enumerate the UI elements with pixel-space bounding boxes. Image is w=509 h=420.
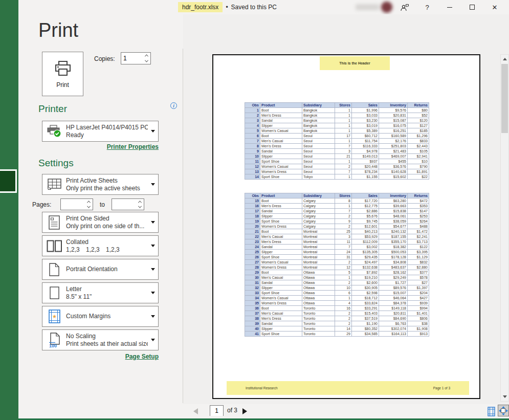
table-cell: 21	[245, 229, 260, 234]
table-cell: Ottawa	[302, 275, 335, 280]
minimize-icon[interactable]	[438, 0, 461, 14]
table-cell: Sport Shoe	[260, 174, 302, 180]
print-what-dropdown[interactable]: Print Active Sheets Only print the activ…	[42, 174, 159, 195]
close-icon[interactable]: ✕	[483, 0, 506, 14]
table-cell: $18,382	[379, 245, 408, 250]
copies-spin-down-button[interactable]	[143, 58, 150, 64]
table-row: 16Men's DressCalgary1$12,775$39,663$353	[245, 204, 429, 209]
table-cell: $34,808	[379, 260, 408, 265]
table-cell: 16	[245, 204, 260, 209]
table-cell: 6	[245, 134, 260, 139]
page-setup-link[interactable]: Page Setup	[42, 353, 159, 360]
table-cell: $1,908	[408, 326, 429, 331]
table-cell: $1,891	[408, 169, 429, 174]
table-cell: $1,472	[408, 229, 429, 234]
table-cell: $20,448	[352, 164, 379, 169]
sidebar-active-item[interactable]	[0, 169, 17, 193]
table-cell: 12	[335, 265, 352, 270]
pages-from-spin-up-button[interactable]	[85, 199, 93, 205]
table-cell: $2,241	[408, 234, 429, 239]
table-cell: $1,996	[352, 108, 379, 113]
table-cell: Women's Dress	[260, 265, 302, 270]
page-number-input[interactable]	[210, 406, 223, 416]
table-cell: 9	[335, 219, 352, 224]
table-cell: Ottawa	[302, 291, 335, 296]
pages-from-input[interactable]	[61, 199, 85, 210]
scroll-up-icon[interactable]	[501, 55, 508, 63]
scaling-dropdown[interactable]: 100 No Scaling Print sheets at their act…	[42, 329, 159, 350]
copies-spin-up-button[interactable]	[143, 53, 150, 58]
letter-icon	[42, 286, 66, 299]
chevron-down-icon	[148, 221, 158, 224]
table-row: 22Men's CasualMontreal3$53,929$187,155$2…	[245, 234, 429, 239]
table-cell: $18,712	[352, 296, 379, 301]
table-row: 32SlipperOttawa10$30,905$89,576$1,397	[245, 285, 429, 291]
table-cell: Slipper	[260, 250, 302, 255]
table-cell: 13	[245, 169, 260, 174]
dropdown-title: Print Active Sheets	[66, 177, 148, 185]
filename-label: hdr_footr.xlsx	[178, 2, 223, 12]
dropdown-title: Print One Sided	[66, 215, 148, 223]
column-header: Subsidiary	[302, 103, 335, 108]
pages-to-spin-up-button[interactable]	[136, 199, 144, 205]
table-cell: $15,403	[352, 311, 379, 316]
table-cell: 29	[335, 331, 352, 337]
info-icon[interactable]: i	[170, 102, 177, 109]
table-cell: Sandal	[260, 118, 302, 123]
share-contact-icon[interactable]	[393, 0, 416, 14]
pages-to-input[interactable]	[112, 199, 136, 210]
page-count-label: of 3	[227, 407, 237, 414]
table-cell: $3,002	[352, 245, 379, 250]
table-cell: $29,249	[379, 275, 408, 280]
avatar[interactable]	[381, 2, 392, 13]
paper-size-dropdown[interactable]: Letter 8.5" x 11"	[42, 282, 159, 303]
table-cell: Toronto	[302, 321, 335, 326]
scroll-down-icon[interactable]	[501, 392, 508, 401]
table-cell: $377	[408, 270, 429, 275]
table-cell: Women's Casual	[260, 164, 302, 169]
chevron-down-icon	[148, 130, 158, 132]
scrollbar-thumb[interactable]	[501, 64, 508, 133]
column-header: Inventory	[379, 193, 408, 198]
table-cell: 14	[335, 326, 352, 331]
table-cell: $3,713	[408, 239, 429, 245]
pages-to-spin-down-button[interactable]	[136, 205, 144, 210]
chevron-down-icon	[148, 268, 158, 271]
printer-selector[interactable]: HP LaserJet P4014/P4015 PC... Ready	[42, 121, 159, 142]
zoom-to-page-icon[interactable]	[498, 405, 509, 416]
show-margins-icon[interactable]	[486, 406, 496, 417]
pages-from-spin-down-button[interactable]	[85, 205, 93, 210]
table-cell: $80	[408, 108, 429, 113]
table-cell: Montreal	[302, 239, 335, 245]
table-cell: Women's Dress	[260, 169, 302, 174]
page-number-box	[210, 405, 224, 416]
table-cell: 1	[335, 123, 352, 128]
table-cell: $12,775	[352, 204, 379, 209]
orientation-dropdown[interactable]: Portrait Orientation	[42, 259, 159, 280]
margins-dropdown[interactable]: ★ Custom Margins	[42, 306, 159, 327]
table-cell: 3	[335, 149, 352, 154]
table-row: 17SandalCalgary7$2,886$15,838$147	[245, 209, 429, 214]
table-cell: $178,128	[379, 255, 408, 260]
table-cell: $112,009	[352, 239, 379, 245]
preview-scrollbar[interactable]	[500, 54, 509, 402]
copies-input[interactable]	[121, 53, 143, 64]
maximize-icon[interactable]	[461, 0, 483, 14]
help-icon[interactable]: ?	[416, 0, 438, 14]
table-cell: $10	[408, 159, 429, 164]
table-cell: $355,170	[379, 239, 408, 245]
table-row: 15BootCalgary8$17,720$63,280$472	[245, 198, 429, 204]
next-page-icon[interactable]	[242, 408, 247, 414]
printer-properties-link[interactable]: Printer Properties	[42, 143, 159, 150]
pages-to-stepper	[112, 198, 144, 210]
table-cell: $500,053	[379, 250, 408, 255]
collation-dropdown[interactable]: Collated 1,2,3 1,2,3 1,2,3	[42, 235, 159, 256]
duplex-dropdown[interactable]: Print One Sided Only print on one side o…	[42, 212, 159, 233]
dropdown-title: Collated	[66, 238, 148, 246]
previous-page-icon[interactable]	[193, 408, 198, 414]
print-button[interactable]: Print	[42, 52, 83, 96]
table-cell: Women's Casual	[260, 296, 302, 301]
table-cell: Montreal	[302, 265, 335, 270]
column-header: Obs	[245, 103, 260, 108]
table-cell: Men's Casual	[260, 311, 302, 316]
